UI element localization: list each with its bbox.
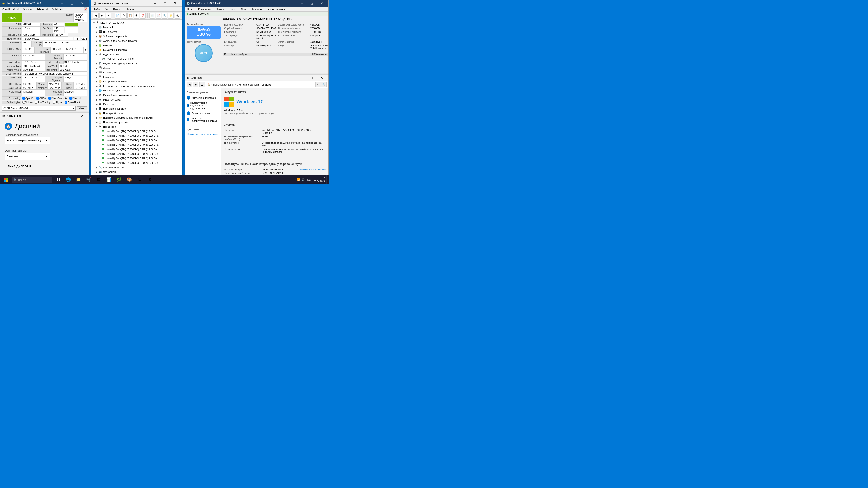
change-settings-link[interactable]: Змінити налаштування [299, 168, 326, 171]
gpuz-maximize-btn[interactable]: □ [67, 0, 77, 6]
nav-device-manager[interactable]: 🛡 Диспетчер пристроїв [185, 95, 221, 101]
gpuz-minimize-btn[interactable]: ─ [57, 0, 67, 6]
tree-biometric[interactable]: ▶ 👆 Біометричні пристрої [91, 48, 182, 52]
crystal-maximize-btn[interactable]: □ [307, 0, 317, 6]
tree-cpu4[interactable]: ▶ ■ Intel(R) Core(TM) i7-6700HQ CPU @ 2.… [91, 147, 182, 152]
sysinfo-close-btn[interactable]: ✕ [317, 75, 327, 81]
tree-storage[interactable]: ▶ 📀 Контролери сховища [91, 79, 182, 84]
tree-usb[interactable]: ▶ 🔌 Контролери універсальної послідовної… [91, 84, 182, 88]
crystal-menu-file[interactable]: Файл [186, 7, 194, 11]
sw-toggle[interactable]: ▶ [95, 35, 98, 38]
opengl-check[interactable]: OpenGL 4.6 [65, 101, 81, 104]
manager-menu-action[interactable]: Дія [104, 7, 109, 11]
task-view-btn[interactable] [54, 175, 62, 184]
crystal-menu-edit[interactable]: Редагувати [197, 7, 212, 11]
tree-audio-io[interactable]: ▶ 🎵 Вхідні та вихідні аудіопристрої [91, 61, 182, 66]
taskbar-app6-btn[interactable]: 🌿 [114, 175, 124, 184]
bio-toggle[interactable]: ▶ [95, 48, 98, 52]
tree-sysdev[interactable]: ▶ 🔧 Системні пристрої [91, 165, 182, 170]
sec-toggle[interactable]: ▶ [95, 111, 98, 115]
opencl-check[interactable]: OpenCL [22, 97, 34, 100]
taskbar-settings-btn[interactable]: ⚙ [145, 175, 155, 184]
toolbar-forward-btn[interactable]: ▶ [99, 13, 105, 19]
see-also-link[interactable]: Обслуговування та безпека [187, 133, 219, 135]
settings-maximize-btn[interactable]: □ [67, 113, 77, 119]
sysinfo-up-btn[interactable]: ▲ [199, 82, 205, 88]
tree-cpu5[interactable]: ▶ ■ Intel(R) Core(TM) i7-6700HQ CPU @ 2.… [91, 152, 182, 156]
manager-maximize-btn[interactable]: □ [160, 0, 170, 6]
orientation-dropdown[interactable]: Альбомна ▼ [5, 153, 50, 160]
mouse-toggle[interactable]: ▶ [95, 93, 98, 97]
taskbar-app8-btn[interactable]: 🖥 [134, 175, 145, 184]
port-toggle[interactable]: ▶ [95, 107, 98, 110]
tree-software[interactable]: ▶ 📦 Software components [91, 34, 182, 39]
see-also-security[interactable]: Обслуговування та безпека [185, 132, 221, 136]
toolbar-back-btn[interactable]: ◀ [93, 13, 98, 19]
gpuz-close-button[interactable]: Close [76, 106, 88, 110]
tree-monitors[interactable]: ▶ 🖥 Монітори [91, 102, 182, 106]
bios-share-icon[interactable]: ⬆ [74, 37, 81, 40]
tree-cpu1[interactable]: ▶ ■ Intel(R) Core(TM) i7-6700HQ CPU @ 2.… [91, 133, 182, 138]
taskbar-clock[interactable]: 11:18 25.04.2024 [314, 177, 325, 183]
raytracing-check[interactable]: Ray Tracing [35, 101, 51, 104]
crystal-menu-lang[interactable]: Мова(Language) [267, 7, 287, 11]
cam-toggle[interactable]: ▶ [95, 170, 98, 174]
taskbar-store-btn[interactable]: 🛒 [84, 175, 94, 184]
nav-advanced[interactable]: 🛡 Додаткові налаштування системи [185, 116, 221, 123]
tree-video[interactable]: ▼ 🖼 Відеоадаптери [91, 52, 182, 57]
tree-disks[interactable]: ▶ 💾 Диски [91, 66, 182, 70]
menu-graphics-card[interactable]: Graphics Card [2, 7, 20, 11]
settings-close-btn[interactable]: ✕ [77, 113, 87, 119]
sysinfo-forward-btn[interactable]: ▶ [193, 82, 198, 88]
usb-toggle[interactable]: ▶ [95, 84, 98, 88]
vulkan-check[interactable]: Vulkan [22, 101, 33, 104]
manager-menu-view[interactable]: Вигляд [112, 7, 122, 11]
manager-menu-file[interactable]: Файл [93, 7, 101, 11]
bat-toggle[interactable]: ▶ [95, 43, 98, 47]
taskbar-mail-btn[interactable]: ✉ [94, 175, 104, 184]
toolbar-extra4-btn[interactable]: 📁 [168, 13, 174, 19]
breadcrumb-1[interactable]: Панель керування [213, 84, 235, 86]
manager-minimize-btn[interactable]: ─ [150, 0, 160, 6]
manager-close-btn[interactable]: ✕ [170, 0, 180, 6]
menu-validation[interactable]: Validation [51, 7, 64, 11]
storage-toggle[interactable]: ▶ [95, 80, 98, 84]
tree-memtech[interactable]: ▶ 💳 Пристрої з використанням технології … [91, 116, 182, 120]
tray-lang-text[interactable]: ENG [306, 178, 311, 181]
crystal-menu-function[interactable]: Функція [215, 7, 226, 11]
mon-toggle[interactable]: ▶ [95, 102, 98, 106]
taskbar-app5-btn[interactable]: 📊 [104, 175, 114, 184]
tree-cpu7[interactable]: ▶ ■ Intel(R) Core(TM) i7-6700HQ CPU @ 2.… [91, 161, 182, 165]
toolbar-up-btn[interactable]: ▲ [106, 13, 111, 19]
toolbar-map-btn[interactable]: 🗺 [121, 13, 127, 19]
bus-info-icon[interactable]: ? [84, 47, 88, 54]
pc-toggle[interactable]: ▶ [95, 75, 98, 79]
toolbar-extra5-btn[interactable]: 🔌 [175, 13, 180, 19]
toolbar-extra1-btn[interactable]: 📊 [149, 13, 155, 19]
physx-check[interactable]: PhysX [53, 101, 62, 104]
manager-menu-help[interactable]: Довідка [125, 7, 136, 11]
crystal-close-btn[interactable]: ✕ [317, 0, 327, 6]
tree-cpu6[interactable]: ▶ ■ Intel(R) Core(TM) i7-6700HQ CPU @ 2.… [91, 156, 182, 161]
sysinfo-minimize-btn[interactable]: ─ [297, 75, 307, 81]
tree-security[interactable]: ▶ 🔒 Пристрої безпеки [91, 111, 182, 116]
tray-arrow-icon[interactable]: ^ [295, 179, 296, 181]
crystal-menu-themes[interactable]: Теми [229, 7, 237, 11]
root-toggle[interactable]: ▼ [92, 21, 96, 25]
prog-toggle[interactable]: ▶ [95, 121, 98, 124]
tree-cpu3[interactable]: ▶ ■ Intel(R) Core(TM) i7-6700HQ CPU @ 2.… [91, 142, 182, 147]
tree-cpu0[interactable]: ▶ ■ Intel(R) Core(TM) i7-6700HQ CPU @ 2.… [91, 129, 182, 133]
toolbar-extra2-btn[interactable]: 📈 [156, 13, 161, 19]
cuda-check[interactable]: CUDA [36, 97, 46, 100]
gpuz-pin-btn[interactable]: 📌 [84, 7, 88, 11]
crystal-menu-disk[interactable]: Диск [240, 7, 247, 11]
audio-io-toggle[interactable]: ▶ [95, 62, 98, 65]
tree-network[interactable]: ▶ 🌐 Мережеві адаптери [91, 88, 182, 93]
tree-root[interactable]: ▼ 🖥 DESKTOP-EV4V6K0 [91, 21, 182, 25]
toolbar-list-btn[interactable]: 📋 [127, 13, 133, 19]
fw-toggle[interactable]: ▶ [95, 98, 98, 101]
toolbar-show-hide-btn[interactable]: 📄 [115, 13, 120, 19]
tree-battery[interactable]: ▶ 🔋 Батареї [91, 43, 182, 48]
gpuz-model-select[interactable]: NVIDIA Quadro M1000M [2, 106, 76, 111]
audio-toggle[interactable]: ▶ [95, 39, 98, 43]
